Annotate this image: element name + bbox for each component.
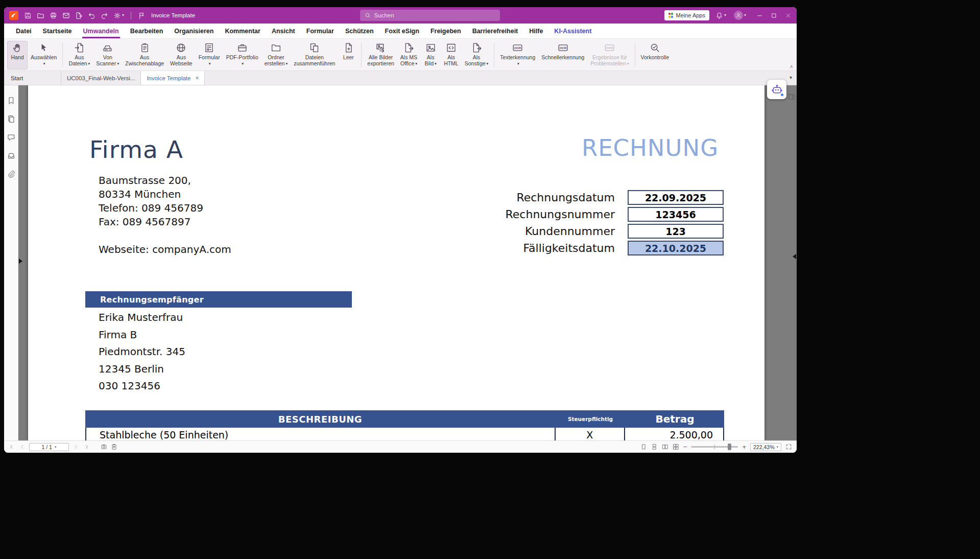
zoom-in-button[interactable]: + [742, 444, 746, 450]
meta-value-field[interactable]: 22.10.2025 [628, 241, 724, 255]
save-button[interactable] [22, 11, 33, 20]
as-ms-office-button[interactable]: Als MS Office▾ [397, 41, 420, 69]
customize-toolbar-button[interactable] [136, 11, 147, 20]
continuous-facing-view-button[interactable] [673, 444, 679, 450]
ai-assistant-button[interactable] [767, 80, 786, 99]
bookmarks-panel-button[interactable] [7, 97, 15, 105]
ribbon-toolbar: ∧ Hand Auswählen ▾ Aus Dateien▾ [4, 39, 797, 71]
from-clipboard-button[interactable]: Aus Zwischenablage [122, 41, 167, 69]
mail-button[interactable] [61, 11, 71, 20]
invoice-meta-row: Rechnungsnummer 123456 [473, 207, 724, 222]
quick-recognition-button[interactable]: Schnellerkennung [538, 41, 587, 69]
tab-invoice-template[interactable]: Invoice Template × [141, 71, 205, 85]
header-taxable: Steuerpflichtig [555, 416, 626, 422]
tab-list-chevron-icon[interactable]: ▾ [790, 75, 792, 80]
notifications-button[interactable]: ▾ [714, 11, 728, 20]
ocr-icon [512, 42, 523, 53]
single-page-view-button[interactable] [640, 444, 647, 450]
maximize-button[interactable] [771, 12, 777, 19]
menu-foxit-esign[interactable]: Foxit eSign [379, 24, 425, 38]
start-tab[interactable]: Start [4, 71, 61, 85]
redo-button[interactable] [99, 11, 110, 20]
create-folder-button[interactable]: Ordner erstellen▾ [261, 41, 291, 69]
select-tool-button[interactable]: Auswählen ▾ [28, 41, 60, 69]
as-html-button[interactable]: Als HTML [441, 41, 462, 69]
quick-tools-button[interactable]: ▾ [112, 11, 126, 20]
menu-organisieren[interactable]: Organisieren [169, 24, 219, 38]
close-tab-icon[interactable]: × [195, 75, 199, 81]
close-button[interactable] [785, 12, 792, 19]
zoom-slider-thumb[interactable] [728, 444, 731, 450]
search-input[interactable] [374, 12, 495, 18]
pages-panel-button[interactable] [7, 115, 15, 123]
menu-schuetzen[interactable]: Schützen [340, 24, 379, 38]
as-image-button[interactable]: Als Bild▾ [420, 41, 441, 69]
menu-hilfe[interactable]: Hilfe [523, 24, 548, 38]
menu-bearbeiten[interactable]: Bearbeiten [125, 24, 169, 38]
tab-uc003[interactable]: UC003_Final-Web-Versi... [61, 71, 141, 85]
as-other-button[interactable]: Als Sonstige▾ [462, 41, 492, 69]
snapshot-button[interactable] [101, 444, 107, 450]
meta-value-field[interactable]: 22.09.2025 [628, 190, 724, 205]
menu-startseite[interactable]: Startseite [37, 24, 78, 38]
from-files-button[interactable]: Aus Dateien▾ [65, 41, 93, 69]
zoom-level-input[interactable]: 222,43% ▾ [750, 443, 781, 451]
expand-right-panel-handle[interactable] [793, 254, 796, 259]
first-page-button[interactable] [9, 444, 15, 450]
meta-value-field[interactable]: 123456 [628, 207, 724, 222]
foxit-logo[interactable] [9, 11, 18, 20]
menu-formular[interactable]: Formular [301, 24, 340, 38]
from-website-button[interactable]: Aus Webseite [167, 41, 196, 69]
hand-icon [12, 42, 23, 53]
last-page-button[interactable] [83, 444, 89, 450]
zoom-slider[interactable] [691, 446, 738, 448]
menu-freigeben[interactable]: Freigeben [425, 24, 467, 38]
blank-page-button[interactable]: Leer [338, 41, 358, 69]
menu-umwandeln[interactable]: Umwandeln [78, 24, 125, 38]
next-page-button[interactable] [73, 444, 79, 450]
meine-apps-button[interactable]: Meine Apps [664, 10, 709, 20]
export-all-images-button[interactable]: Alle Bilder exportieren [364, 41, 397, 69]
combine-files-button[interactable]: Dateien zusammenführen [291, 41, 338, 69]
chevron-down-icon: ▾ [122, 13, 124, 17]
desktop-background: ▾ Invoice Template Meine Apps ▾ ▾ [0, 0, 980, 559]
preflight-button[interactable]: Vorkontrolle [638, 41, 672, 69]
text-recognition-button[interactable]: Texterkennung ▾ [497, 41, 538, 69]
pdf-portfolio-button[interactable]: PDF-Portfolio ▾ [223, 41, 261, 69]
open-file-button[interactable] [35, 11, 46, 20]
chevron-down-icon: ▾ [43, 61, 45, 66]
fullscreen-button[interactable] [785, 444, 792, 450]
zoom-out-button[interactable]: − [683, 444, 687, 450]
menu-ki-assistent[interactable]: KI-Assistent [548, 24, 597, 38]
side-panel-toggle-icon[interactable] [788, 93, 796, 101]
collapse-ribbon-button[interactable]: ∧ [790, 64, 793, 69]
undo-button[interactable] [86, 11, 97, 20]
comments-panel-button[interactable] [7, 133, 15, 142]
print-button[interactable] [48, 11, 59, 20]
facing-view-button[interactable] [662, 444, 668, 450]
page-number-input[interactable]: 1 / 1 ▾ [29, 443, 69, 451]
document-canvas[interactable]: Firma A RECHNUNG Baumstrasse 200,80334 M… [18, 85, 797, 440]
global-search[interactable] [360, 10, 500, 21]
from-scanner-button[interactable]: Von Scanner▾ [93, 41, 122, 69]
ribbon-separator [62, 43, 63, 67]
account-button[interactable]: ▾ [732, 10, 748, 21]
form-button[interactable]: Formular ▾ [196, 41, 223, 69]
ocr-icon [604, 42, 615, 53]
undo-icon [88, 12, 95, 19]
menu-kommentar[interactable]: Kommentar [219, 24, 266, 38]
meta-value-field[interactable]: 123 [628, 224, 724, 239]
hand-tool-button[interactable]: Hand [7, 41, 28, 69]
menu-barrierefreiheit[interactable]: Barrierefreiheit [467, 24, 524, 38]
minimize-button[interactable] [756, 12, 763, 19]
menu-ansicht[interactable]: Ansicht [266, 24, 301, 38]
expand-left-panel-handle[interactable] [19, 259, 22, 264]
export-button[interactable] [74, 11, 84, 20]
attachments-panel-button[interactable] [7, 170, 15, 178]
clipboard-button[interactable] [111, 444, 117, 450]
stamps-panel-button[interactable] [7, 152, 15, 160]
menu-datei[interactable]: Datei [10, 24, 37, 38]
continuous-view-button[interactable] [651, 444, 658, 450]
problem-results-button[interactable]: Ergebnisse für Problemstellen▾ [587, 41, 632, 69]
previous-page-button[interactable] [19, 444, 26, 450]
